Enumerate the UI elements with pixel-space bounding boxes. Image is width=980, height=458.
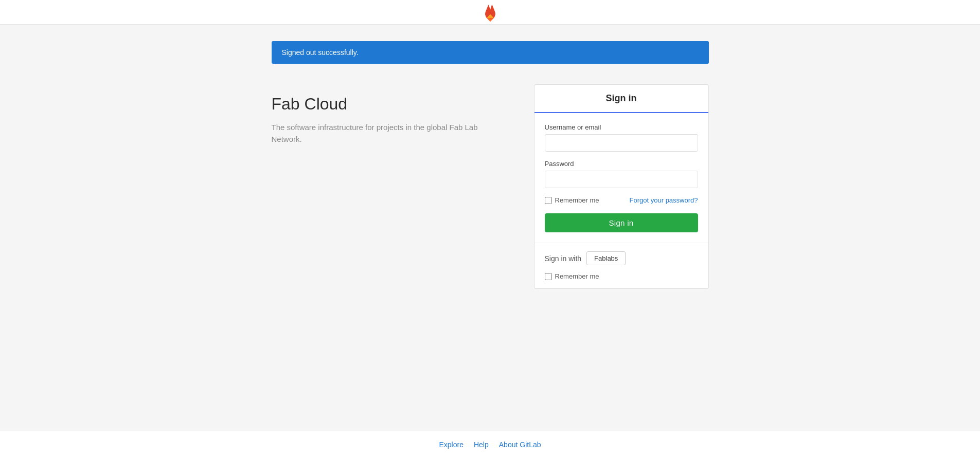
gitlab-logo bbox=[481, 3, 500, 22]
form-options-row: Remember me Forgot your password? bbox=[545, 196, 698, 204]
sign-in-form: Username or email Password Remember me F… bbox=[534, 113, 708, 243]
top-nav bbox=[0, 0, 980, 25]
app-description: The software infrastructure for projects… bbox=[272, 122, 503, 145]
password-input[interactable] bbox=[545, 171, 698, 188]
remember-me-checkbox[interactable] bbox=[545, 197, 552, 204]
content-wrapper: Fab Cloud The software infrastructure fo… bbox=[272, 74, 709, 289]
sign-in-header: Sign in bbox=[534, 85, 708, 113]
sign-in-heading: Sign in bbox=[545, 93, 698, 104]
username-label: Username or email bbox=[545, 123, 698, 131]
password-group: Password bbox=[545, 160, 698, 188]
main-content: Fab Cloud The software infrastructure fo… bbox=[0, 64, 980, 431]
sso-remember-me-checkbox[interactable] bbox=[545, 273, 552, 280]
sign-in-button[interactable]: Sign in bbox=[545, 213, 698, 232]
sign-in-panel: Sign in Username or email Password bbox=[534, 84, 709, 289]
forgot-password-link[interactable]: Forgot your password? bbox=[630, 196, 698, 204]
left-panel: Fab Cloud The software infrastructure fo… bbox=[272, 84, 503, 145]
footer: Explore Help About GitLab bbox=[0, 431, 980, 458]
sso-remember-me-label[interactable]: Remember me bbox=[555, 272, 599, 280]
notification-message: Signed out successfully. bbox=[282, 48, 359, 57]
sso-row: Sign in with Fablabs bbox=[545, 251, 698, 265]
footer-about-link[interactable]: About GitLab bbox=[499, 441, 541, 449]
footer-help-link[interactable]: Help bbox=[474, 441, 489, 449]
sso-section: Sign in with Fablabs Remember me bbox=[534, 243, 708, 288]
username-input[interactable] bbox=[545, 134, 698, 152]
app-title: Fab Cloud bbox=[272, 95, 503, 114]
sso-remember-group: Remember me bbox=[545, 272, 698, 280]
fablabs-sso-button[interactable]: Fablabs bbox=[586, 251, 626, 265]
remember-me-group: Remember me bbox=[545, 196, 599, 204]
password-label: Password bbox=[545, 160, 698, 168]
footer-explore-link[interactable]: Explore bbox=[439, 441, 464, 449]
notification-banner: Signed out successfully. bbox=[272, 41, 709, 64]
remember-me-label[interactable]: Remember me bbox=[555, 196, 599, 204]
username-group: Username or email bbox=[545, 123, 698, 152]
sso-sign-in-with-label: Sign in with bbox=[545, 254, 582, 263]
